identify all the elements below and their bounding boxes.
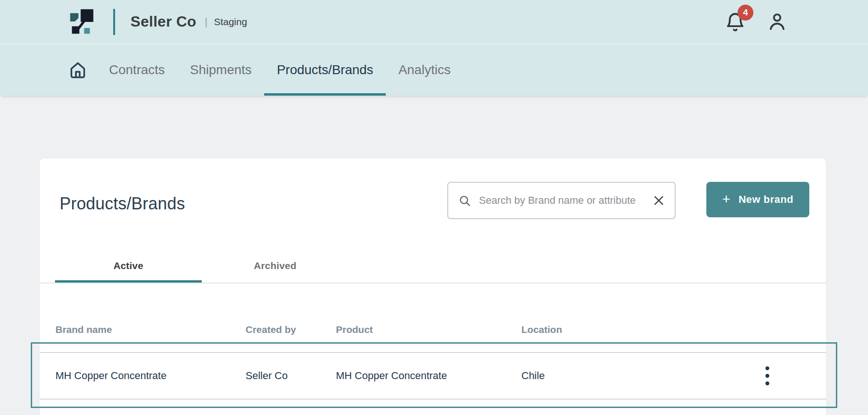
search-icon [458,194,471,207]
nav-item-products-brands[interactable]: Products/Brands [264,44,386,96]
table-row[interactable]: MH Copper Concentrate Seller Co MH Coppe… [40,353,826,400]
brand-divider [113,9,115,35]
user-icon [766,11,788,33]
card-header: Products/Brands + New brand [40,159,826,219]
table-header-row: Brand name Created by Product Location [40,284,826,352]
search-input[interactable] [478,194,652,207]
brand-separator: | [205,16,207,28]
column-header-location: Location [521,324,763,335]
tab-archived[interactable]: Archived [202,249,349,283]
cell-brand-name: MH Copper Concentrate [55,370,246,382]
column-header-brand-name: Brand name [55,324,246,335]
main-content: Products/Brands + New brand [0,96,868,415]
home-icon [68,60,88,80]
selected-row-wrapper: MH Copper Concentrate Seller Co MH Coppe… [40,352,826,400]
status-tabs: Active Archived [55,249,826,283]
search-box [447,182,676,219]
cell-created-by: Seller Co [246,370,336,382]
page-title: Products/Brands [60,194,185,214]
nav-item-shipments[interactable]: Shipments [178,44,264,96]
column-header-product: Product [336,324,521,335]
cell-product: MH Copper Concentrate [336,370,521,382]
brand-title: Seller Co [130,13,196,30]
company-logo-icon [68,7,96,36]
notification-count-badge: 4 [738,5,753,21]
column-header-created-by: Created by [246,324,336,335]
row-actions-menu-button[interactable] [763,365,772,387]
account-button[interactable] [766,11,788,33]
nav-item-analytics[interactable]: Analytics [386,44,463,96]
clear-search-button[interactable] [652,194,665,207]
nav-item-contracts[interactable]: Contracts [96,44,178,96]
app-header: Seller Co | Staging 4 [0,0,868,43]
new-brand-button[interactable]: + New brand [706,182,809,217]
kebab-menu-icon [763,365,772,387]
nav-home-button[interactable] [68,44,88,96]
environment-label: Staging [214,16,247,28]
tab-active[interactable]: Active [55,249,202,283]
cell-location: Chile [521,370,763,382]
plus-icon: + [722,192,731,206]
products-brands-card: Products/Brands + New brand [40,159,826,415]
close-icon [652,194,665,207]
notifications-button[interactable]: 4 [724,10,746,34]
main-nav: Contracts Shipments Products/Brands Anal… [0,43,868,96]
new-brand-button-label: New brand [738,194,793,206]
